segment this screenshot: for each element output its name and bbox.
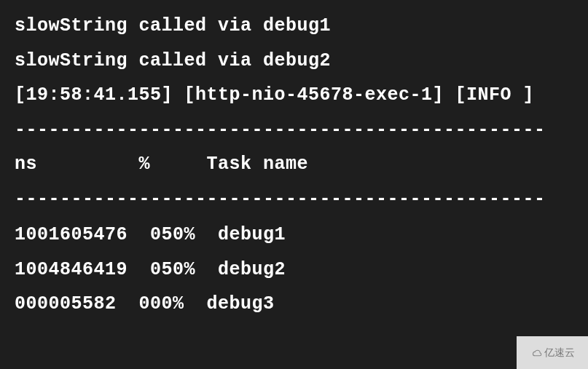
watermark-badge: 亿速云 — [517, 336, 588, 369]
table-divider-bottom: ----------------------------------------… — [15, 182, 573, 217]
log-line-debug1: slowString called via debug1 — [15, 9, 573, 44]
log-line-timestamp: [19:58:41.155] [http-nio-45678-exec-1] [… — [15, 78, 573, 113]
table-header: ns % Task name — [15, 147, 573, 182]
cloud-icon — [530, 348, 543, 358]
log-line-debug2: slowString called via debug2 — [15, 44, 573, 79]
table-row: 1004846419 050% debug2 — [15, 253, 573, 287]
watermark-text: 亿速云 — [544, 343, 575, 362]
table-row: 000005582 000% debug3 — [15, 287, 573, 322]
table-row: 1001605476 050% debug1 — [15, 218, 573, 253]
table-divider-top: ----------------------------------------… — [15, 113, 573, 148]
